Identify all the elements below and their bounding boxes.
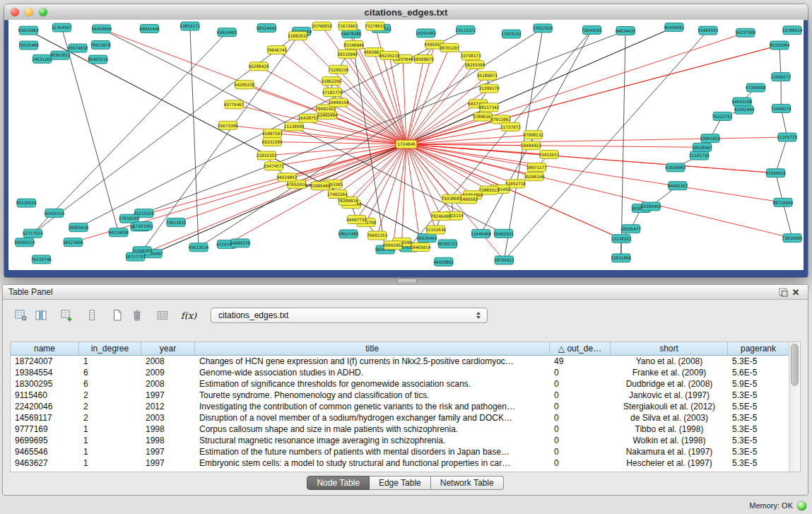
graph-node[interactable]: 98117342 — [478, 103, 499, 112]
table-row[interactable]: 946554611997Estimation of the future num… — [11, 446, 789, 457]
graph-node[interactable]: 17425152 — [501, 30, 522, 38]
graph-node[interactable]: 50360210 — [14, 238, 35, 247]
graph-node[interactable]: 10727797 — [125, 252, 146, 261]
graph-node[interactable]: 65624403 — [217, 28, 237, 37]
column-header-out_de[interactable]: △ out_de… — [550, 342, 611, 355]
graph-node[interactable]: 76092353 — [367, 231, 387, 240]
graph-node[interactable]: 18759421 — [494, 256, 514, 264]
graph-node[interactable]: 91674018 — [68, 44, 88, 52]
network-file-select[interactable]: citations_edges.txt — [211, 308, 488, 323]
graph-node[interactable]: 11266725 — [777, 133, 797, 141]
graph-node[interactable]: 69478386 — [341, 30, 362, 38]
graph-node[interactable]: 28505477 — [620, 225, 641, 233]
column-header-name[interactable]: name — [11, 342, 79, 355]
new-document-button[interactable] — [107, 306, 127, 325]
graph-node[interactable]: 14265483 — [416, 29, 436, 37]
graph-node[interactable]: 64553198 — [732, 98, 753, 106]
graph-node[interactable]: 21152636 — [425, 226, 446, 234]
graph-node[interactable]: 19404158 — [329, 98, 349, 107]
graph-node[interactable]: 71648275 — [771, 104, 792, 112]
graph-node[interactable]: 15786914 — [782, 26, 803, 35]
graph-node[interactable]: 71269230 — [328, 65, 348, 74]
graph-node[interactable]: 33758173 — [461, 52, 481, 60]
graph-node[interactable]: 40041446 — [139, 25, 160, 33]
graph-node[interactable]: 21950277 — [771, 73, 792, 81]
graph-node[interactable]: 88716569 — [772, 198, 793, 206]
graph-node[interactable]: 75644265 — [582, 25, 602, 34]
graph-node[interactable]: 65474571 — [264, 162, 284, 170]
column-header-in_degree[interactable]: in_degree — [79, 342, 141, 355]
graph-node[interactable]: 44497755 — [346, 215, 367, 223]
function-builder-button[interactable]: f(x) — [178, 306, 199, 325]
table-settings-button[interactable] — [11, 306, 31, 325]
column-header-title[interactable]: title — [195, 342, 550, 355]
tab-edge-table[interactable]: Edge Table — [370, 476, 431, 490]
graph-node[interactable]: 73916405 — [782, 234, 803, 243]
graph-node[interactable]: 61030983 — [665, 163, 686, 172]
close-window-button[interactable] — [11, 8, 19, 16]
minimize-window-button[interactable] — [25, 8, 33, 16]
graph-node[interactable]: 19041655 — [700, 134, 720, 143]
graph-node[interactable]: 17402264 — [327, 190, 348, 199]
graph-node[interactable]: 56426155 — [44, 209, 64, 217]
tab-network-table[interactable]: Network Table — [431, 476, 504, 490]
graph-node[interactable]: 47101779 — [322, 88, 343, 97]
graph-node[interactable]: 58627485 — [339, 230, 359, 238]
graph-node[interactable]: 11737073 — [500, 122, 521, 131]
graph-node[interactable]: 37837026 — [533, 24, 553, 33]
graph-node[interactable]: 66331384 — [262, 138, 283, 146]
graph-node[interactable]: 65776467 — [224, 100, 245, 109]
graph-node[interactable]: 94119058 — [108, 228, 129, 237]
graph-node[interactable]: 83615064 — [18, 26, 39, 35]
column-header-short[interactable]: short — [611, 342, 728, 355]
graph-node[interactable]: 66288428 — [249, 62, 269, 71]
scrollbar-thumb[interactable] — [791, 344, 799, 386]
graph-node[interactable]: 53853171 — [180, 22, 200, 30]
table-row[interactable]: 1456911722003Disruption of a novel membe… — [11, 412, 789, 424]
graph-node[interactable]: 58071177 — [526, 163, 547, 172]
graph-node[interactable]: 16420069 — [91, 25, 112, 33]
graph-node[interactable]: 16438751 — [298, 114, 319, 122]
graph-node[interactable]: 11238261 — [611, 235, 632, 243]
graph-node[interactable]: 18085618 — [68, 223, 88, 232]
graph-node[interactable]: 18404923 — [521, 141, 541, 150]
graph-node[interactable]: 47399450 — [746, 83, 766, 92]
graph-node[interactable]: 54896370 — [230, 239, 250, 247]
table-row[interactable]: 946362711997Embryonic stem cells: a mode… — [11, 457, 789, 469]
graph-node[interactable]: 15412617 — [539, 150, 560, 158]
graph-node[interactable]: 91504516 — [765, 169, 786, 177]
graph-node[interactable]: 69383403 — [641, 202, 661, 211]
table-row[interactable]: 1938455462009Genome-wide association stu… — [11, 367, 789, 378]
graph-node[interactable]: 73911833 — [166, 218, 187, 227]
graph-node[interactable]: 78972078 — [90, 41, 111, 49]
column-header-pagerank[interactable]: pagerank — [728, 342, 789, 355]
graph-node[interactable]: 79846745 — [266, 46, 287, 54]
graph-node[interactable]: 10518507 — [692, 143, 712, 151]
graph-node[interactable]: 38361833 — [49, 51, 70, 59]
table-row[interactable]: 2242004622012Investigating the contribut… — [11, 401, 789, 412]
table-row[interactable]: 911546021997Tourette syndrome. Phenomeno… — [11, 390, 789, 401]
table-vertical-scrollbar[interactable] — [789, 342, 800, 472]
graph-node[interactable]: 11649468 — [471, 229, 491, 238]
graph-node[interactable]: 97998132 — [523, 131, 543, 139]
graph-node[interactable]: 85236529 — [16, 199, 37, 207]
tab-node-table[interactable]: Node Table — [307, 476, 370, 490]
graph-node[interactable]: 70246498 — [430, 212, 451, 221]
graph-node[interactable]: 38315909 — [337, 49, 358, 58]
graph-node[interactable]: 26790819 — [312, 22, 332, 30]
graph-node[interactable]: 86235219 — [379, 51, 400, 59]
graph-node[interactable]: 70325486 — [18, 41, 39, 49]
graph-node[interactable]: 31862206 — [321, 77, 341, 86]
float-panel-button[interactable] — [777, 286, 789, 298]
graph-node[interactable]: 41087201 — [262, 129, 283, 137]
graph-node[interactable]: 39465014 — [410, 243, 430, 252]
graph-node[interactable]: 85335384 — [769, 41, 789, 49]
graph-node[interactable]: 21139584 — [284, 122, 305, 131]
graph-node[interactable]: 81905400 — [310, 182, 331, 190]
graph-node[interactable]: 21833352 — [257, 151, 277, 160]
graph-node[interactable]: 32354567 — [52, 23, 72, 32]
zoom-window-button[interactable] — [39, 8, 47, 16]
graph-node[interactable]: 21101756 — [689, 151, 710, 160]
graph-node[interactable]: 31882031 — [288, 32, 308, 40]
delete-column-button[interactable] — [153, 306, 172, 325]
